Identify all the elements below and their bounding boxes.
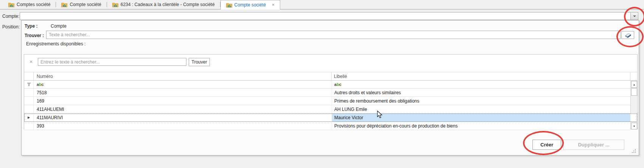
row-selector[interactable]: ▶ [24,114,34,122]
records-groupbox: × Trouver Numéro Libellé abc abc 7518Aut… [24,54,638,129]
table-header: Numéro Libellé [24,72,637,81]
folder-chart-icon [61,2,67,7]
cell-libelle[interactable]: Maurice Victor [332,114,630,122]
filter-row[interactable]: abc abc [24,81,637,89]
tab-label: 6234 : Cadeaux à la clientèle - Compte s… [121,2,215,7]
accounts-table: Numéro Libellé abc abc 7518Autres droits… [24,72,637,130]
search-input[interactable] [38,58,186,66]
table-rows: 7518Autres droits et valeurs similaires1… [24,89,637,130]
filter-funnel-icon [27,82,31,86]
tab-label: Compte société [70,2,101,7]
table-row[interactable]: 7518Autres droits et valeurs similaires [24,89,637,97]
scrollbar-thumb[interactable] [631,88,637,96]
cell-libelle[interactable]: Autres droits et valeurs similaires [332,89,630,97]
eraser-icon [624,33,632,38]
cell-numero[interactable]: 393 [34,122,332,130]
table-row[interactable]: ▶411MAURIVIMaurice Victor [24,114,637,122]
scroll-down-button[interactable]: ▼ [631,123,637,129]
clear-find-button[interactable] [621,31,634,39]
folder-chart-icon [112,2,118,7]
tab-4-active[interactable]: Compte société× [220,0,280,9]
cell-numero[interactable]: 411MAURIVI [34,114,332,122]
cell-numero[interactable]: 411AHLUEMI [34,105,332,114]
compte-combobox[interactable] [20,12,638,20]
filter-cell-selector [24,81,34,88]
type-label: Type : [25,23,37,29]
create-button[interactable]: Créer [532,140,561,150]
available-records-label: Enregistrements disponibles : [26,41,85,47]
folder-chart-icon [226,3,232,8]
tab-3[interactable]: 6234 : Cadeaux à la clientèle - Compte s… [107,0,220,9]
tab-1[interactable]: Comptes société [3,0,56,9]
find-input[interactable] [46,31,621,39]
row-selector[interactable] [24,122,34,130]
cell-numero[interactable]: 7518 [34,89,332,97]
compte-dropdown-button[interactable] [630,12,638,20]
header-libelle[interactable]: Libellé [332,72,630,80]
chevron-down-icon [633,16,636,17]
table-row[interactable]: 169Primes de remboursement des obligatio… [24,97,637,105]
scroll-up-button[interactable]: ▲ [631,81,637,88]
header-numero[interactable]: Numéro [34,72,332,80]
tab-label: Comptes société [17,2,50,7]
tab-2[interactable]: Compte société [56,0,106,9]
vertical-scrollbar[interactable]: ▲ ▼ [630,81,637,130]
account-picker-panel: Type : Compte Trouver : Enregistrements … [21,20,639,156]
find-label: Trouver : [25,33,44,38]
header-scroll-spacer [630,72,637,80]
cell-numero[interactable]: 169 [34,97,332,105]
table-row[interactable]: 411AHLUEMIAH LUNG Emile [24,105,637,114]
current-row-arrow-icon: ▶ [28,116,30,119]
clear-search-icon[interactable]: × [29,59,33,64]
filter-cell-libelle[interactable]: abc [332,81,630,88]
row-selector[interactable] [24,89,34,97]
tab-bar: Comptes sociétéCompte société6234 : Cade… [0,0,644,9]
cell-libelle[interactable]: AH LUNG Emile [332,105,630,114]
filter-cell-numero[interactable]: abc [34,81,332,88]
tab-label: Compte société [234,2,266,8]
find-button[interactable]: Trouver [189,58,210,66]
compte-label: Compte: [2,14,19,19]
duplicate-button: Duppliquer ... [563,140,624,150]
cell-libelle[interactable]: Primes de remboursement des obligations [332,97,630,105]
row-selector[interactable] [24,105,34,114]
header-selector [24,72,34,80]
type-value: Compte [51,23,67,29]
cell-libelle[interactable]: Provisions pour dépréciation en-cours de… [332,122,630,130]
tab-close-icon[interactable]: × [272,3,275,7]
row-selector[interactable] [24,97,34,105]
table-row[interactable]: 393Provisions pour dépréciation en-cours… [24,122,637,130]
resize-grip-icon[interactable] [632,149,636,153]
folder-chart-icon [8,2,14,7]
position-label: Position: [2,24,20,30]
